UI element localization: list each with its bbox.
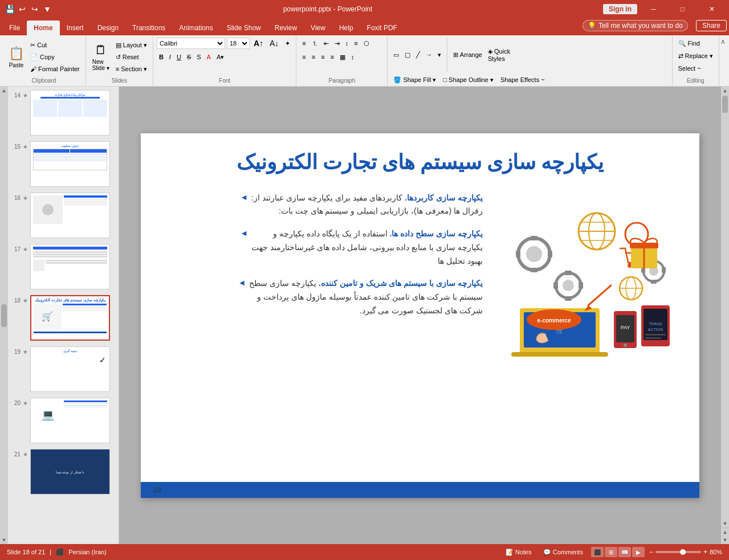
- tab-file[interactable]: File: [2, 21, 27, 35]
- paste-button[interactable]: 📋 Paste: [6, 41, 27, 73]
- strikethrough-button[interactable]: S: [185, 51, 193, 63]
- comments-button[interactable]: 💬 Comments: [540, 547, 587, 557]
- shadow-button[interactable]: S: [194, 51, 203, 63]
- bullets-button[interactable]: ≡: [300, 38, 308, 49]
- left-scrollbar[interactable]: ▲ ▼: [0, 87, 8, 544]
- close-button[interactable]: ✕: [699, 0, 724, 18]
- tab-insert[interactable]: Insert: [60, 21, 91, 35]
- format-painter-button[interactable]: 🖌 Format Painter: [28, 63, 82, 75]
- cut-button[interactable]: ✂ Cut: [28, 39, 82, 51]
- tab-home[interactable]: Home: [27, 21, 59, 35]
- tab-slideshow[interactable]: Slide Show: [220, 21, 268, 35]
- smartart-button[interactable]: ⬡: [361, 38, 372, 49]
- shape-effects-button[interactable]: Shape Effects ~: [498, 74, 547, 85]
- ribbon-collapse-button[interactable]: ∧: [720, 38, 726, 46]
- slide-item-16[interactable]: 16 ★: [10, 191, 116, 239]
- share-button[interactable]: Share: [696, 20, 727, 31]
- tab-view[interactable]: View: [304, 21, 332, 35]
- numbering-button[interactable]: ⒈: [309, 38, 320, 49]
- tab-design[interactable]: Design: [91, 21, 125, 35]
- select-button[interactable]: Select ~: [676, 63, 703, 74]
- reading-view-button[interactable]: 📖: [618, 547, 631, 557]
- scroll-thumb[interactable]: [1, 304, 7, 327]
- align-left-button[interactable]: ≡: [300, 51, 308, 63]
- underline-button[interactable]: U: [174, 51, 184, 63]
- tab-animations[interactable]: Animations: [172, 21, 219, 35]
- vscroll-down-arrow[interactable]: ▼: [722, 520, 729, 528]
- shape-more[interactable]: ▾: [435, 49, 443, 60]
- svg-point-22: [563, 280, 574, 291]
- font-size-select[interactable]: 18: [227, 38, 250, 49]
- font-color-button[interactable]: A: [205, 51, 213, 63]
- slide-item-15[interactable]: 15 ★ جدول مقایسه: [10, 140, 116, 188]
- shape-arrow[interactable]: →: [423, 49, 434, 60]
- columns-button[interactable]: ▦: [337, 51, 348, 63]
- align-right-button[interactable]: ≡: [319, 51, 327, 63]
- zoom-slider[interactable]: [655, 551, 701, 553]
- scroll-down-arrow[interactable]: ▼: [2, 537, 7, 543]
- find-button[interactable]: 🔍 Find: [676, 38, 702, 49]
- decrease-indent-button[interactable]: ⇤: [321, 38, 331, 49]
- zoom-out-button[interactable]: −: [649, 548, 653, 556]
- minimize-button[interactable]: ─: [641, 0, 666, 18]
- clear-formatting-button[interactable]: ✦: [283, 38, 292, 49]
- shape-rounded-rect[interactable]: ▢: [402, 49, 413, 60]
- text-direction-button[interactable]: ↕: [343, 38, 351, 49]
- slide-item-20[interactable]: 20 ★ 💻: [10, 397, 116, 444]
- quick-styles-button[interactable]: ◈ QuickStyles: [486, 49, 512, 60]
- replace-button[interactable]: ⇄ Replace ▾: [676, 50, 715, 62]
- slide-item-14[interactable]: 14 ★ مراحل پیاده سازی تجارت: [10, 89, 116, 137]
- slide-item-19[interactable]: 19 ★ نتیجه گیری ✓: [10, 345, 116, 393]
- sign-in-button[interactable]: Sign in: [603, 4, 637, 14]
- shape-rect[interactable]: ▭: [391, 49, 401, 60]
- layout-button[interactable]: ▤ Layout ▾: [113, 39, 149, 51]
- slide-sorter-button[interactable]: ⊞: [605, 547, 617, 557]
- zoom-in-button[interactable]: +: [703, 548, 707, 556]
- notes-button[interactable]: 📝 Notes: [502, 547, 535, 557]
- normal-view-button[interactable]: ⬛: [591, 547, 604, 557]
- arrange-button[interactable]: ⊞ Arrange: [451, 49, 484, 60]
- increase-font-button[interactable]: A↑: [251, 38, 266, 49]
- slide-thumb-19: نتیجه گیری ✓: [30, 346, 110, 392]
- scroll-up-arrow[interactable]: ▲: [2, 88, 7, 93]
- tab-review[interactable]: Review: [268, 21, 304, 35]
- shape-fill-button[interactable]: 🪣 Shape Fill ▾: [391, 74, 438, 85]
- justify-button[interactable]: ≡: [328, 51, 336, 63]
- tab-transitions[interactable]: Transitions: [125, 21, 172, 35]
- redo-icon[interactable]: ↪: [30, 4, 40, 14]
- font-name-select[interactable]: Calibri: [157, 38, 225, 49]
- increase-indent-button[interactable]: ⇥: [332, 38, 342, 49]
- italic-button[interactable]: I: [167, 51, 173, 63]
- slide-canvas[interactable]: یکپارچه سازی سیستم های تجارت الکترونیک: [141, 133, 699, 498]
- decrease-font-button[interactable]: A↓: [267, 38, 281, 49]
- tab-foxit[interactable]: Foxit PDF: [360, 21, 404, 35]
- maximize-button[interactable]: □: [670, 0, 695, 18]
- undo-icon[interactable]: ↩: [17, 4, 27, 14]
- fit-slide-icon[interactable]: ⬛: [56, 549, 64, 556]
- center-button[interactable]: ≡: [309, 51, 317, 63]
- slide-thumb-content-15: جدول مقایسه: [31, 142, 109, 186]
- customize-icon[interactable]: ▼: [42, 4, 52, 14]
- save-icon[interactable]: 💾: [5, 4, 15, 14]
- slideshow-view-button[interactable]: ▶: [632, 547, 645, 557]
- align-text-button[interactable]: ≡: [352, 38, 360, 49]
- right-scrollbar[interactable]: ▲ ▼ ▲ ▼: [721, 87, 729, 544]
- tell-me-box[interactable]: 💡 Tell me what you want to do: [583, 20, 688, 31]
- reset-button[interactable]: ↺ Reset: [113, 51, 149, 63]
- section-button[interactable]: ≡ Section ▾: [113, 63, 149, 75]
- slide-item-21[interactable]: 21 ★ با تشکر از توجه شما: [10, 448, 116, 496]
- vscroll-page-down[interactable]: ▼: [722, 536, 729, 544]
- vscroll-up-arrow[interactable]: ▲: [722, 87, 729, 95]
- tab-help[interactable]: Help: [332, 21, 360, 35]
- slide-item-17[interactable]: 17 ★: [10, 243, 116, 291]
- slide-item-18[interactable]: 18 ★ یکپارچه سازی سیستم های تجارت الکترو…: [10, 294, 116, 342]
- highlight-button[interactable]: A▾: [214, 51, 226, 63]
- new-slide-button[interactable]: 🗒 NewSlide ▾: [89, 41, 112, 73]
- line-spacing-button[interactable]: ↕: [349, 51, 357, 63]
- shape-outline-button[interactable]: □ Shape Outline ▾: [441, 74, 495, 85]
- copy-button[interactable]: 📄 Copy: [28, 51, 82, 63]
- bold-button[interactable]: B: [157, 51, 166, 63]
- shape-lines[interactable]: ╱: [414, 49, 422, 60]
- vscroll-thumb[interactable]: [722, 96, 728, 113]
- vscroll-page-up[interactable]: ▲: [722, 528, 729, 536]
